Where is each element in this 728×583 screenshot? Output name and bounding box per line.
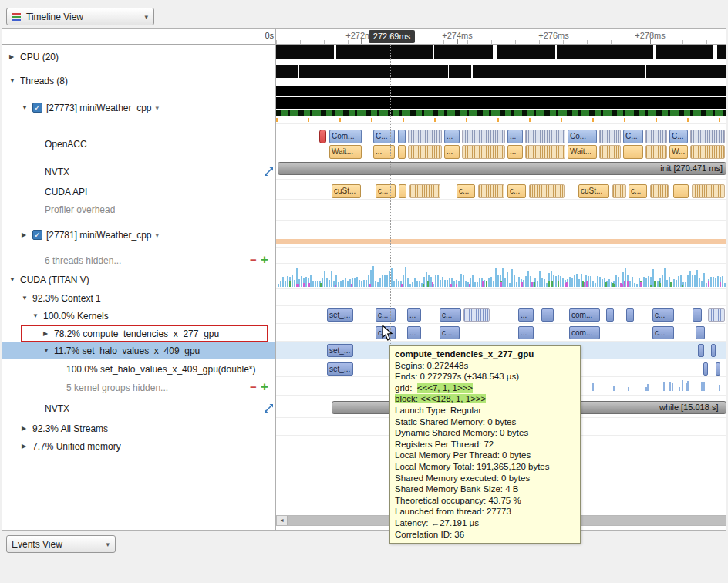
tree-expander-icon[interactable]: ▶: [22, 231, 32, 238]
kernels-upper-event[interactable]: [463, 308, 490, 322]
tree-expander-icon[interactable]: ▼: [43, 347, 54, 354]
tree-row[interactable]: OpenACC: [2, 135, 275, 153]
tree-row[interactable]: 6 threads hidden...−+: [2, 251, 275, 269]
tree-row[interactable]: ▼92.3% Context 1: [2, 289, 275, 307]
kernels-upper-event[interactable]: c...: [376, 308, 396, 322]
openacc-upper-event[interactable]: [319, 130, 326, 143]
openacc-upper-event[interactable]: [690, 130, 725, 143]
nvtx-init-range[interactable]: init [270.471 ms]: [278, 162, 726, 175]
cuda-api-event[interactable]: [673, 184, 689, 198]
tree-row[interactable]: NVTX: [2, 163, 275, 180]
cuda-api-event[interactable]: [612, 184, 626, 198]
tree-row[interactable]: ▶CPU (20): [2, 48, 275, 66]
set-halo-row-event[interactable]: set_...: [327, 344, 353, 357]
tree-row[interactable]: ▶7.7% Unified memory: [2, 437, 275, 455]
openacc-upper-event[interactable]: [408, 130, 442, 143]
scroll-left-button[interactable]: ◂: [277, 516, 288, 525]
openacc-upper-event[interactable]: C...: [373, 130, 395, 143]
tree-row[interactable]: CUDA API: [2, 183, 275, 201]
openacc-lower-event[interactable]: W...: [669, 145, 688, 159]
openacc-upper-event[interactable]: ...: [444, 130, 460, 143]
threads-activity-track[interactable]: [276, 65, 726, 78]
cuda-api-event[interactable]: [410, 184, 440, 198]
kernels-lower-event[interactable]: ...: [518, 326, 534, 339]
tree-row[interactable]: 100.0% set_halo_values_x_409_gpu(double*…: [2, 360, 275, 378]
cuda-api-event[interactable]: [478, 184, 504, 198]
tree-row[interactable]: ▼Threads (8): [2, 72, 275, 89]
kernels-upper-event[interactable]: ...: [407, 308, 421, 322]
openacc-upper-event[interactable]: [398, 130, 406, 143]
cuda-api-event[interactable]: [692, 184, 725, 198]
restore-hidden-rows-button[interactable]: +: [261, 379, 268, 394]
openacc-lower-event[interactable]: Wait...: [568, 145, 597, 159]
cuda-api-event[interactable]: c...: [457, 184, 475, 198]
tree-row[interactable]: ▼100.0% Kernels: [2, 307, 275, 325]
timeline-view-dropdown[interactable]: Timeline View ▾: [6, 8, 154, 25]
kernels-upper-event[interactable]: [693, 308, 702, 322]
tree-expander-icon[interactable]: ▼: [22, 104, 32, 111]
thread-state-track[interactable]: [276, 110, 726, 116]
openacc-lower-event[interactable]: [599, 145, 621, 159]
cuda-api-event[interactable]: [399, 184, 406, 198]
cuda-api-event[interactable]: c...: [629, 184, 647, 198]
kernels-lower-event[interactable]: ...: [407, 326, 421, 339]
tree-row[interactable]: Profiler overhead: [2, 201, 275, 218]
openacc-upper-event[interactable]: ...: [507, 130, 523, 143]
openacc-upper-event[interactable]: [525, 130, 565, 143]
openacc-lower-event[interactable]: ...: [444, 145, 460, 159]
openacc-lower-event[interactable]: [623, 145, 643, 159]
kernels-upper-event[interactable]: [541, 308, 554, 322]
expand-track-icon[interactable]: [264, 403, 274, 413]
thread-27773-activity-lower[interactable]: [276, 97, 726, 109]
openacc-lower-event[interactable]: [408, 145, 442, 159]
track-checkbox[interactable]: ✓: [32, 103, 42, 113]
openacc-lower-event[interactable]: [690, 145, 725, 159]
cuda-api-event[interactable]: [650, 184, 669, 198]
tree-row[interactable]: ▼CUDA (TITAN V): [2, 271, 275, 288]
set-halo-double-row-event[interactable]: set_...: [327, 362, 353, 376]
cuda-api-event[interactable]: c...: [507, 184, 526, 198]
cuda-api-event[interactable]: c...: [376, 184, 396, 198]
tree-row[interactable]: 5 kernel groups hidden...−+: [2, 379, 275, 396]
tree-expander-icon[interactable]: ▶: [22, 443, 32, 450]
tree-row[interactable]: ▶✓[27781] miniWeather_cpp▾: [2, 226, 275, 244]
cpu-activity-track[interactable]: [276, 45, 726, 59]
kernels-upper-event[interactable]: ...: [518, 308, 534, 322]
openacc-lower-event[interactable]: [398, 145, 406, 159]
events-view-dropdown[interactable]: Events View ▾: [6, 535, 116, 553]
openacc-lower-event[interactable]: [462, 145, 505, 159]
tree-row[interactable]: ▼11.7% set_halo_values_x_409_gpu: [2, 342, 275, 359]
kernels-upper-event[interactable]: c...: [652, 308, 674, 322]
tree-row[interactable]: ▼✓[27773] miniWeather_cpp▾: [2, 99, 275, 116]
tree-row[interactable]: NVTX: [2, 399, 275, 417]
tree-expander-icon[interactable]: ▼: [9, 276, 20, 283]
panel-divider[interactable]: [275, 28, 276, 531]
kernels-upper-event[interactable]: set_...: [327, 308, 353, 322]
kernels-upper-event[interactable]: [708, 308, 725, 322]
set-halo-row-event[interactable]: [698, 344, 704, 357]
tree-expander-icon[interactable]: ▼: [9, 77, 20, 84]
cuda-api-event[interactable]: cuSt...: [332, 184, 361, 198]
track-checkbox[interactable]: ✓: [32, 230, 42, 240]
thread-27773-activity-upper[interactable]: [276, 86, 726, 96]
chevron-down-icon[interactable]: ▾: [156, 104, 160, 112]
openacc-upper-event[interactable]: [462, 130, 505, 143]
set-halo-double-row-event[interactable]: [716, 362, 720, 376]
restore-hidden-rows-button[interactable]: +: [261, 252, 268, 267]
openacc-upper-event[interactable]: C...: [669, 130, 688, 143]
kernels-lower-event[interactable]: [696, 326, 705, 339]
openacc-lower-event[interactable]: ...: [373, 145, 395, 159]
tree-row[interactable]: ▶92.3% All Streams: [2, 420, 275, 437]
openacc-lower-event[interactable]: Wait...: [329, 145, 362, 159]
openacc-upper-event[interactable]: [599, 130, 621, 143]
remove-hidden-rows-button[interactable]: −: [250, 254, 257, 265]
openacc-lower-event[interactable]: [525, 145, 565, 159]
gpu-activity-histogram[interactable]: [276, 265, 726, 287]
tree-expander-icon[interactable]: ▶: [22, 425, 32, 432]
openacc-upper-event[interactable]: Co...: [568, 130, 597, 143]
set-halo-double-row-event[interactable]: [703, 362, 708, 376]
openacc-lower-event[interactable]: ...: [507, 145, 523, 159]
openacc-lower-event[interactable]: [645, 145, 667, 159]
kernels-lower-event[interactable]: com...: [569, 326, 600, 339]
openacc-upper-event[interactable]: C...: [623, 130, 643, 143]
